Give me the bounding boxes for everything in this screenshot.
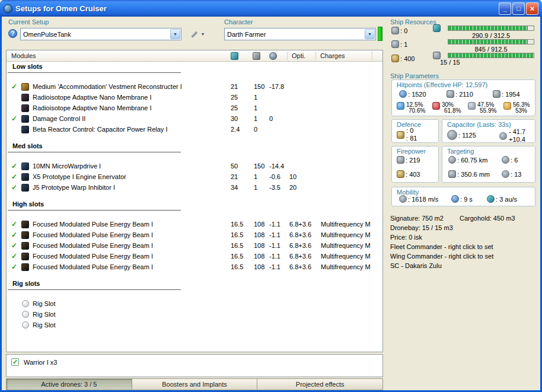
volley-value: 403 <box>406 171 420 178</box>
setup-select-value: OmenPulseTank <box>21 31 170 38</box>
module-cap-use: -1.1 <box>269 242 280 249</box>
structure-hp-stat: 1954 <box>493 90 520 98</box>
module-optimal: 6.8+3.6 <box>289 221 311 228</box>
stasis-web-icon <box>21 173 29 181</box>
module-powergrid: 150 <box>254 83 264 90</box>
calibration-icon <box>391 55 399 62</box>
minimize-button[interactable]: _ <box>499 2 511 15</box>
explosive-armor-resist: 53% <box>515 108 530 114</box>
cpu-icon <box>433 24 441 32</box>
character-skill-indicator <box>378 27 382 41</box>
setup-select[interactable]: OmenPulseTank ▼ <box>20 28 181 40</box>
module-cpu: 25 <box>231 94 238 101</box>
active-check-icon: ✓ <box>11 263 17 271</box>
wing-commander-text[interactable]: Wing Commander - right click to set <box>390 253 493 260</box>
active-check-icon: ✓ <box>11 220 17 228</box>
drone-checkbox[interactable]: ✓ <box>11 358 19 366</box>
module-row[interactable]: Beta Reactor Control: Capacitor Power Re… <box>7 125 382 135</box>
modules-list: Low slots ✓ Medium 'Accommodation' Vestm… <box>7 62 382 352</box>
module-row[interactable]: Radioisotope Adaptive Nano Membrane I 25… <box>7 93 382 103</box>
defence-stat: 0 81 <box>397 127 417 142</box>
cap-balance-icon <box>499 132 507 140</box>
module-row[interactable]: ✓ Focused Modulated Pulse Energy Beam I … <box>7 241 382 251</box>
cpu-bar <box>448 26 534 31</box>
hitpoints-box: Hitpoints (Effective HP: 12,597) 1520 21… <box>391 79 535 116</box>
module-row[interactable]: ✓ Damage Control II 30 1 0 <box>7 114 382 125</box>
module-cpu: 25 <box>231 104 238 111</box>
launcher-hardpoints-icon <box>391 40 399 48</box>
tab-projected-effects[interactable]: Projected effects <box>257 378 383 390</box>
align-time-stat: 9 s <box>451 195 473 203</box>
armor-repairer-icon <box>21 83 29 91</box>
shield-hp-icon <box>399 90 407 98</box>
module-optimal: 6.8+3.6 <box>289 253 311 260</box>
drone-row[interactable]: ✓ Warrior I x3 <box>11 358 57 366</box>
module-cap-use: -3.5 <box>269 184 280 191</box>
module-name: Medium 'Accommodation' Vestment Reconstr… <box>33 83 182 90</box>
kinetic-resist: 47.5%55.9% <box>468 102 496 114</box>
module-row[interactable]: ✓ J5 Prototype Warp Inhibitor I 34 1 -3.… <box>7 183 382 193</box>
module-cpu: 21 <box>231 83 238 90</box>
fleet-commander-text[interactable]: Fleet Commander - right click to set <box>390 243 493 250</box>
setup-tools-button[interactable]: ▼ <box>185 28 210 40</box>
tab-active-drones[interactable]: Active drones: 3 / 5 <box>6 378 132 390</box>
dps-value: 219 <box>406 157 420 164</box>
module-row[interactable]: ✓ Medium 'Accommodation' Vestment Recons… <box>7 82 382 93</box>
damage-control-icon <box>21 115 29 123</box>
rig-slot-row[interactable]: Rig Slot <box>7 310 382 320</box>
volley-stat: 403 <box>397 170 420 178</box>
low-slots-header: Low slots <box>7 63 382 75</box>
nano-membrane-icon <box>21 104 29 112</box>
capacitor-balance-stat: - 41.7 +10.4 <box>499 128 525 144</box>
rig-slot-icon <box>22 311 29 318</box>
structure-hp-icon <box>493 90 500 98</box>
module-row[interactable]: ✓ X5 Prototype I Engine Enervator 21 1 -… <box>7 172 382 183</box>
module-cpu: 16.5 <box>231 221 243 228</box>
rig-slot-row[interactable]: Rig Slot <box>7 299 382 310</box>
shield-hp-stat: 1520 <box>399 90 426 98</box>
module-powergrid: 1 <box>254 104 257 111</box>
module-row[interactable]: ✓ Focused Modulated Pulse Energy Beam I … <box>7 230 382 241</box>
warp-inhibitor-icon <box>21 184 29 192</box>
module-powergrid: 108 <box>254 253 264 260</box>
module-row[interactable]: ✓ Focused Modulated Pulse Energy Beam I … <box>7 251 382 262</box>
capacitor-amount: 1125 <box>458 132 476 139</box>
module-cap-use: 0 <box>269 115 273 122</box>
pulse-laser-icon <box>21 253 29 260</box>
volley-icon <box>397 170 404 178</box>
module-row[interactable]: ✓ 10MN MicroWarpdrive I 50 150 -14.4 <box>7 161 382 172</box>
module-charge: Multifrequency M <box>321 263 371 270</box>
defence-value-2: 81 <box>406 135 417 142</box>
module-row[interactable]: ✓ Focused Modulated Pulse Energy Beam I … <box>7 262 382 273</box>
pulse-laser-icon <box>21 231 29 239</box>
module-row[interactable]: Radioisotope Adaptive Nano Membrane I 25… <box>7 103 382 114</box>
modules-header-label: Modules <box>11 52 36 59</box>
cpu-usage-text: 290.9 / 312.5 <box>448 32 534 39</box>
module-name: J5 Prototype Warp Inhibitor I <box>33 184 115 191</box>
scan-resolution-stat: 350.6 mm <box>448 170 490 178</box>
column-separator <box>372 52 372 60</box>
firepower-box: Firepower 219 403 <box>391 146 439 183</box>
rig-slots-header: Rig slots <box>7 280 382 292</box>
character-select-arrow[interactable]: ▼ <box>365 29 375 39</box>
module-name: 10MN MicroWarpdrive I <box>33 162 101 170</box>
turret-hardpoints-value: 0 <box>400 27 407 34</box>
close-button[interactable]: × <box>526 2 538 15</box>
module-powergrid: 150 <box>254 162 264 170</box>
check-icon: ✓ <box>12 359 18 365</box>
setup-select-arrow[interactable]: ▼ <box>170 29 180 39</box>
modules-panel: Modules Opti. Charges Low slots ✓ Medium… <box>6 50 383 352</box>
cpu-column-icon <box>231 52 238 60</box>
maximize-button[interactable]: □ <box>512 2 525 15</box>
hitpoints-label: Hitpoints (Effective HP: 12,597) <box>397 81 487 88</box>
module-cpu: 50 <box>231 162 238 170</box>
rig-slot-row[interactable]: Rig Slot <box>7 320 382 331</box>
character-select[interactable]: Darth Farmer ▼ <box>224 28 376 40</box>
client-area: Current Setup ? OmenPulseTank ▼ ▼ Charac… <box>2 17 540 390</box>
titlebar[interactable]: Setups for Omen Cruiser _ □ × <box>0 0 542 17</box>
tab-boosters-implants[interactable]: Boosters and Implants <box>132 378 258 390</box>
kinetic-damage-icon <box>468 102 476 110</box>
help-icon[interactable]: ? <box>8 29 17 38</box>
module-row[interactable]: ✓ Focused Modulated Pulse Energy Beam I … <box>7 219 382 230</box>
squad-commander-text[interactable]: SC - Dakaris Zulu <box>390 262 442 269</box>
